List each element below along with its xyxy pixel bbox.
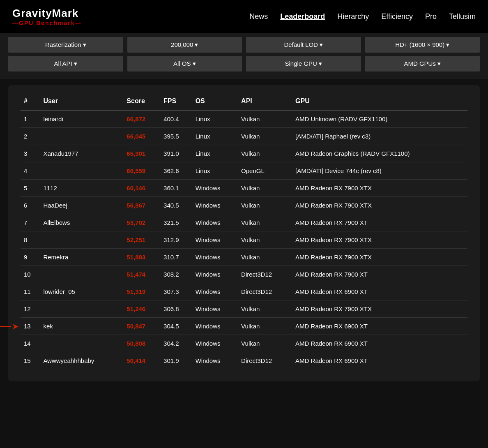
cell-api: OpenGL bbox=[238, 162, 292, 180]
cell-gpu: AMD Radeon RX 6900 XT bbox=[292, 318, 467, 335]
cell-os: Windows bbox=[192, 197, 238, 214]
score-value: 50,414 bbox=[127, 357, 145, 364]
nav-item-efficiency[interactable]: Efficiency bbox=[381, 12, 413, 21]
cell-gpu: AMD Radeon RX 6900 XT bbox=[292, 283, 467, 300]
cell-score: 66,872 bbox=[123, 110, 160, 128]
rank-value: 3 bbox=[24, 150, 27, 157]
cell-api: Vulkan bbox=[238, 318, 292, 335]
score-value: 65,301 bbox=[127, 150, 145, 157]
rank-value: 1 bbox=[24, 115, 27, 122]
cell-user bbox=[40, 128, 123, 145]
cell-gpu: [AMD/ATI] Raphael (rev c3) bbox=[292, 128, 467, 145]
table-row: ➤13kek50,847304.5WindowsVulkanAMD Radeon… bbox=[21, 318, 467, 335]
filter-bar: Rasterization ▾200,000 ▾Default LOD ▾HD+… bbox=[0, 33, 488, 79]
leaderboard-table: #UserScoreFPSOSAPIGPU 1leinardi66,872400… bbox=[21, 93, 467, 369]
cell-score: 51,246 bbox=[123, 300, 160, 318]
table-row: 7AllElbows53,702321.5WindowsVulkanAMD Ra… bbox=[21, 214, 467, 231]
filter-btn[interactable]: Single GPU ▾ bbox=[246, 56, 361, 72]
cell-fps: 306.8 bbox=[160, 300, 192, 318]
cell-api: Vulkan bbox=[238, 180, 292, 197]
cell-api: Direct3D12 bbox=[238, 283, 292, 300]
cell-rank: 2 bbox=[21, 128, 40, 145]
table-row: 460,559362.6LinuxOpenGL[AMD/ATI] Device … bbox=[21, 162, 467, 180]
cell-os: Linux bbox=[192, 110, 238, 128]
cell-os: Linux bbox=[192, 128, 238, 145]
table-row: 6HaaDeej56,867340.5WindowsVulkanAMD Rade… bbox=[21, 197, 467, 214]
cell-api: Vulkan bbox=[238, 335, 292, 352]
table-row: 3Xanadu197765,301391.0LinuxVulkanAMD Rad… bbox=[21, 145, 467, 162]
cell-score: 56,867 bbox=[123, 197, 160, 214]
cell-os: Linux bbox=[192, 162, 238, 180]
cell-fps: 304.2 bbox=[160, 335, 192, 352]
cell-score: 65,301 bbox=[123, 145, 160, 162]
cell-rank: 8 bbox=[21, 231, 40, 249]
cell-fps: 310.7 bbox=[160, 249, 192, 266]
nav-item-leaderboard[interactable]: Leaderboard bbox=[280, 12, 325, 21]
col-header-os: OS bbox=[192, 93, 238, 110]
cell-user: kek bbox=[40, 318, 123, 335]
col-header-score: Score bbox=[123, 93, 160, 110]
cell-score: 51,883 bbox=[123, 249, 160, 266]
table-row: 11lowrider_0551,319307.3WindowsDirect3D1… bbox=[21, 283, 467, 300]
cell-api: Vulkan bbox=[238, 249, 292, 266]
cell-user: HaaDeej bbox=[40, 197, 123, 214]
cell-gpu: [AMD/ATI] Device 744c (rev c8) bbox=[292, 162, 467, 180]
score-value: 66,045 bbox=[127, 133, 145, 140]
score-value: 66,872 bbox=[127, 115, 145, 122]
cell-os: Windows bbox=[192, 300, 238, 318]
cell-user: Awwwyeahhhbaby bbox=[40, 352, 123, 369]
table-body: 1leinardi66,872400.4LinuxVulkanAMD Unkno… bbox=[21, 110, 467, 369]
rank-value: 11 bbox=[24, 288, 31, 295]
rank-value: 9 bbox=[24, 254, 27, 261]
col-header-user: User bbox=[40, 93, 123, 110]
filter-btn[interactable]: All OS ▾ bbox=[127, 56, 242, 72]
cell-fps: 304.5 bbox=[160, 318, 192, 335]
cell-score: 60,559 bbox=[123, 162, 160, 180]
score-value: 56,867 bbox=[127, 202, 145, 209]
cell-os: Linux bbox=[192, 145, 238, 162]
nav-item-hierarchy[interactable]: Hierarchy bbox=[337, 12, 369, 21]
rank-value: 13 bbox=[24, 323, 31, 330]
cell-rank: 11 bbox=[21, 283, 40, 300]
cell-user bbox=[40, 300, 123, 318]
filter-btn[interactable]: 200,000 ▾ bbox=[127, 37, 242, 53]
cell-os: Windows bbox=[192, 352, 238, 369]
table-header: #UserScoreFPSOSAPIGPU bbox=[21, 93, 467, 110]
cell-gpu: AMD Radeon RX 7900 XT bbox=[292, 266, 467, 283]
col-header-#: # bbox=[21, 93, 40, 110]
score-value: 50,847 bbox=[127, 323, 145, 330]
cell-fps: 321.5 bbox=[160, 214, 192, 231]
cell-api: Vulkan bbox=[238, 197, 292, 214]
rank-value: 4 bbox=[24, 167, 27, 174]
col-header-fps: FPS bbox=[160, 93, 192, 110]
cell-user: lowrider_05 bbox=[40, 283, 123, 300]
cell-os: Windows bbox=[192, 318, 238, 335]
cell-fps: 362.6 bbox=[160, 162, 192, 180]
filter-btn[interactable]: Rasterization ▾ bbox=[8, 37, 123, 53]
cell-os: Windows bbox=[192, 231, 238, 249]
cell-fps: 360.1 bbox=[160, 180, 192, 197]
cell-rank: 5 bbox=[21, 180, 40, 197]
row-arrow-indicator: ➤ bbox=[0, 321, 19, 331]
cell-rank: 14 bbox=[21, 335, 40, 352]
cell-score: 52,251 bbox=[123, 231, 160, 249]
filter-btn[interactable]: All API ▾ bbox=[8, 56, 123, 72]
score-value: 52,251 bbox=[127, 236, 145, 243]
cell-rank: 1 bbox=[21, 110, 40, 128]
filter-btn[interactable]: AMD GPUs ▾ bbox=[365, 56, 480, 72]
cell-api: Direct3D12 bbox=[238, 352, 292, 369]
rank-value: 7 bbox=[24, 219, 27, 226]
filter-btn[interactable]: HD+ (1600 × 900) ▾ bbox=[365, 37, 480, 53]
cell-user: leinardi bbox=[40, 110, 123, 128]
nav-item-pro[interactable]: Pro bbox=[425, 12, 437, 21]
filter-btn[interactable]: Default LOD ▾ bbox=[246, 37, 361, 53]
rank-value: 14 bbox=[24, 340, 31, 347]
nav-item-news[interactable]: News bbox=[249, 12, 268, 21]
nav-item-tellusim[interactable]: Tellusim bbox=[449, 12, 476, 21]
header-row: #UserScoreFPSOSAPIGPU bbox=[21, 93, 467, 110]
score-value: 53,702 bbox=[127, 219, 145, 226]
cell-score: 50,808 bbox=[123, 335, 160, 352]
col-header-api: API bbox=[238, 93, 292, 110]
cell-user: Remekra bbox=[40, 249, 123, 266]
cell-score: 66,045 bbox=[123, 128, 160, 145]
